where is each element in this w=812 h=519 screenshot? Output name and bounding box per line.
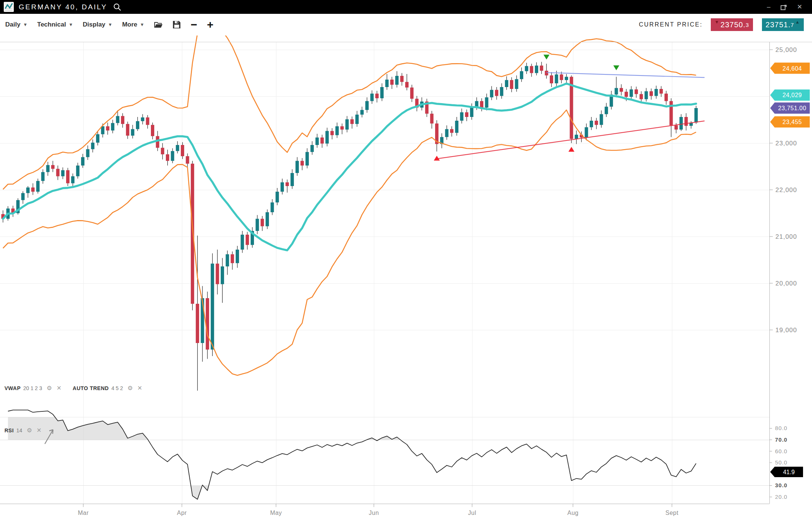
trading-app-window: GERMANY 40, DAILY – ✕ Daily ▼ Technical … [0,0,812,519]
autotrend-remove-icon[interactable]: ✕ [137,384,142,392]
bid-price-box[interactable]: ▼ 23750.3 [711,18,753,31]
menu-display[interactable]: Display ▼ [83,21,112,28]
chart-title: GERMANY 40, DAILY [19,3,107,11]
rsi-value-badge: 41.9 [770,467,803,477]
svg-text:Jun: Jun [369,510,379,516]
svg-text:25,000: 25,000 [775,46,797,53]
title-bar: GERMANY 40, DAILY – ✕ [0,0,812,14]
svg-text:80.0: 80.0 [775,425,787,431]
svg-text:Aug: Aug [567,510,579,516]
price-tag: 24,029 [770,89,810,101]
svg-text:20.0: 20.0 [775,494,787,500]
zoom-in-button[interactable]: + [207,20,214,30]
price-tag: 23,455 [770,116,810,127]
svg-text:Apr: Apr [177,510,187,516]
menu-timeframe[interactable]: Daily ▼ [5,21,28,28]
price-tag: 24,604 [770,63,810,74]
save-icon[interactable] [173,21,181,29]
arrow-down-icon: ▼ [715,20,719,24]
svg-text:Mar: Mar [78,510,89,516]
svg-text:41.9: 41.9 [783,469,794,475]
chevron-down-icon: ▼ [140,22,145,27]
candles-layer [1,62,698,391]
svg-text:23,455: 23,455 [782,119,802,125]
rsi-indicator-legend: RSI 14 ⚙ ✕ [4,427,41,434]
svg-text:19,000: 19,000 [775,327,797,334]
close-icon[interactable]: ✕ [797,0,802,14]
svg-text:24,029: 24,029 [782,92,802,98]
vwap-legend-label: VWAP [4,385,21,391]
arrow-up-icon: ▲ [795,20,800,24]
autotrend-legend-label: AUTO TREND [73,385,109,391]
popout-button[interactable] [780,0,787,14]
current-price-label: CURRENT PRICE: [639,21,703,28]
vwap-remove-icon[interactable]: ✕ [56,384,61,392]
svg-text:60.0: 60.0 [775,448,787,454]
autotrend-settings-gear-icon[interactable]: ⚙ [127,384,133,392]
svg-text:May: May [270,510,282,516]
zoom-out-button[interactable]: − [190,20,197,30]
trend-triangle-down-marker [613,65,619,70]
current-price-cluster: CURRENT PRICE: ▼ 23750.3 23751.7 ▲ [639,14,804,35]
svg-text:50.0: 50.0 [775,459,787,466]
ask-price-box[interactable]: 23751.7 ▲ [762,18,804,31]
price-tags-layer: 24,60424,02923,751.0023,45541.9 [770,63,810,477]
svg-text:23,000: 23,000 [775,140,797,147]
vwap-legend-params: 20 1 2 3 [23,385,42,391]
svg-text:70.0: 70.0 [775,436,787,443]
main-indicator-legend: VWAP 20 1 2 3 ⚙ ✕ AUTO TREND 4 5 2 ⚙ ✕ [4,384,142,392]
chart-toolbar: Daily ▼ Technical ▼ Display ▼ More ▼ [0,14,812,35]
axes-layer: 25,00023,00022,00021,00020,00019,000MarA… [0,42,812,516]
menu-more[interactable]: More ▼ [122,21,145,28]
rsi-remove-icon[interactable]: ✕ [37,427,41,434]
svg-text:30.0: 30.0 [775,482,787,488]
menu-technical[interactable]: Technical ▼ [37,21,73,28]
rsi-settings-gear-icon[interactable]: ⚙ [27,427,32,434]
app-logo-icon [4,2,14,12]
chevron-down-icon: ▼ [69,22,73,27]
rsi-curve [8,410,696,499]
svg-text:Jul: Jul [468,510,476,516]
svg-text:23,751.00: 23,751.00 [778,105,806,111]
svg-text:22,000: 22,000 [775,186,797,194]
chevron-down-icon: ▼ [23,22,28,27]
rsi-legend-params: 14 [16,427,22,433]
trend-triangle-down-marker [543,55,549,59]
trend-triangle-up-marker [568,147,574,152]
vwap-settings-gear-icon[interactable]: ⚙ [47,384,52,392]
svg-text:21,000: 21,000 [775,233,797,240]
svg-text:20,000: 20,000 [775,280,797,287]
chevron-down-icon: ▼ [108,22,112,27]
vwap-bands-layer [3,15,696,376]
price-tag: 23,751.00 [770,102,810,114]
rsi-legend-label: RSI [4,427,14,433]
price-chart-canvas[interactable]: 25,00023,00022,00021,00020,00019,000MarA… [0,0,812,519]
search-icon[interactable] [113,3,121,11]
minimize-button[interactable]: – [767,0,770,14]
svg-text:Sept: Sept [666,510,679,516]
svg-text:24,604: 24,604 [782,65,802,72]
autotrend-legend-params: 4 5 2 [111,385,123,391]
open-folder-icon[interactable] [154,21,163,28]
